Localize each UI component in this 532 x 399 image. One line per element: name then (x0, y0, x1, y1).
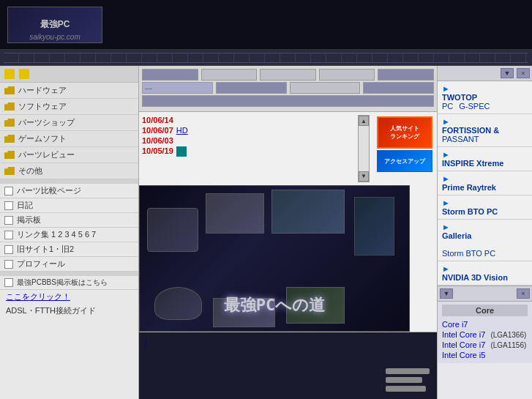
bracket-link[interactable]: [ (145, 338, 147, 347)
sidebar-click-link[interactable]: ここをクリック！ (0, 290, 138, 304)
pc-component-hdd (147, 208, 198, 252)
ranking-text-2: ランキング (390, 133, 419, 141)
sidebar-item-label: 掲示板 (17, 215, 41, 225)
table-cell (378, 69, 434, 81)
left-sidebar: ハードウェア ソフトウェア パーツショップ ゲームソフト パーツレビュー その他… (0, 66, 139, 399)
twotop-title[interactable]: TWOTOP (442, 93, 528, 102)
main-layout: ハードウェア ソフトウェア パーツショップ ゲームソフト パーツレビュー その他… (0, 66, 532, 399)
news-item-1: 10/06/14 (142, 115, 352, 125)
right-sidebar: ▼ × ► TWOTOP PC G-SPEC ► FORTISSION & PA… (437, 66, 532, 399)
inspire-title[interactable]: INSPIRE Xtreme (442, 159, 528, 168)
table-cell (142, 95, 434, 107)
checkbox-icon[interactable] (4, 216, 13, 225)
sidebar-item-bbs-link[interactable]: 最強PCBBS掲示板はこちら (0, 276, 138, 290)
close-icon: × (521, 70, 525, 77)
checkbox-icon[interactable] (4, 278, 13, 287)
storm-title[interactable]: Storm BTO PC (442, 207, 528, 216)
news-date: 10/06/14 (142, 116, 173, 124)
bottom-content: [ (139, 332, 437, 400)
table-cell[interactable] (319, 69, 375, 81)
table-cell (216, 82, 287, 94)
core-i5-link[interactable]: Intel Core i5 (442, 350, 528, 360)
folder-icon (4, 86, 15, 94)
right-bottom-btn2[interactable]: × (517, 288, 530, 299)
scroll-down-button[interactable]: ▼ (359, 171, 369, 182)
checkbox-icon[interactable] (4, 260, 13, 269)
news-link[interactable]: HD (176, 126, 188, 135)
table-cell[interactable]: — (142, 82, 213, 94)
sidebar-item-profile[interactable]: プロフィール (0, 257, 138, 272)
galleria-title[interactable]: Galleria (442, 231, 528, 240)
core-i7-lga1156-link[interactable]: Intel Core i7 (LGA1156) (442, 340, 528, 350)
twotop-pc-link[interactable]: PC (442, 102, 453, 111)
right-bottom-core-section: Core Core i7 Intel Core i7 (LGA1366) Int… (438, 302, 532, 363)
table-row-3 (142, 95, 434, 107)
sidebar-item-label: その他 (18, 165, 42, 176)
folder-icon (4, 102, 15, 111)
core-i7-lga1156-label: Intel Core i7 (442, 340, 485, 349)
arrow-icon: ► (442, 84, 450, 93)
pc-component-case (354, 197, 394, 256)
sidebar-item-label: リンク集 1 2 3 4 5 6 7 (17, 229, 96, 240)
news-item-2: 10/06/07 HD (142, 125, 352, 135)
sidebar-item-diary[interactable]: 日記 (0, 198, 138, 213)
access-banner[interactable]: アクセスアップ (377, 150, 432, 172)
arrow-icon: ► (442, 174, 450, 183)
core-i7-lga1366-link[interactable]: Intel Core i7 (LGA1366) (442, 329, 528, 340)
table-cell[interactable] (201, 69, 258, 81)
table-row-2: — (142, 82, 434, 94)
checkbox-icon[interactable] (4, 201, 13, 210)
logo[interactable]: saikyou-pc.com (7, 7, 102, 43)
sidebar-item-parts-shop[interactable]: パーツショップ (0, 115, 138, 131)
nvidia-title[interactable]: NVIDIA 3D Vision (442, 273, 528, 282)
site-name: saikyou-pc.com (29, 33, 80, 41)
news-item-3: 10/06/03 (142, 135, 352, 146)
core-i7-lga1366-sub: (LGA1366) (487, 331, 526, 339)
content-area: — 10/06/14 10/06/07 HD 10/ (139, 66, 437, 399)
nav-circuit-decoration (4, 53, 528, 63)
sidebar-adsl-text: ADSL・FTTH接続ガイド (6, 306, 96, 315)
sidebar-item-label: 旧サイト1・旧2 (17, 244, 74, 255)
right-top-buttons: ▼ × (438, 66, 532, 81)
gold-square-icon (4, 69, 15, 79)
sidebar-item-other[interactable]: その他 (0, 163, 138, 179)
sidebar-item-old-site[interactable]: 旧サイト1・旧2 (0, 242, 138, 257)
fortission-title[interactable]: FORTISSION & (442, 126, 528, 135)
fortission-subtitle[interactable]: PASSANT (442, 135, 479, 143)
arrow-icon: ► (442, 264, 450, 273)
core-i7-lga1156-sub: (LGA1156) (487, 341, 526, 349)
sidebar-item-links[interactable]: リンク集 1 2 3 4 5 6 7 (0, 228, 138, 242)
sidebar-top (0, 66, 138, 83)
sidebar-item-software[interactable]: ソフトウェア (0, 99, 138, 115)
sidebar-item-review[interactable]: パーツレビュー (0, 147, 138, 163)
bottom-bar-3 (386, 386, 426, 392)
raytrek-title[interactable]: Prime Raytrek (442, 183, 528, 192)
header: saikyou-pc.com (0, 0, 532, 50)
main-image: 最強PCへの道 (139, 185, 410, 332)
sidebar-item-label: 日記 (17, 200, 33, 211)
ranking-banner[interactable]: 人気サイト ランキング (377, 116, 432, 149)
right-bottom-btn1[interactable]: ▼ (440, 288, 453, 299)
bottom-bar-2 (386, 377, 422, 383)
checkbox-icon[interactable] (4, 231, 13, 239)
sidebar-item-compare[interactable]: パーツ比較ページ (0, 184, 138, 198)
access-text: アクセスアップ (384, 157, 425, 165)
sidebar-item-game[interactable]: ゲームソフト (0, 131, 138, 147)
sidebar-item-bbs[interactable]: 掲示板 (0, 213, 138, 228)
right-close-button[interactable]: × (517, 68, 530, 78)
galleria-subtitle[interactable]: Storm BTO PC (442, 249, 495, 258)
checkbox-icon[interactable] (4, 245, 13, 254)
right-collapse-button[interactable]: ▼ (501, 68, 514, 78)
twotop-gspec-link[interactable]: G-SPEC (459, 102, 490, 111)
folder-icon (4, 167, 15, 175)
right-section-raytrek: ► Prime Raytrek (438, 171, 532, 195)
scroll-up-button[interactable]: ▲ (359, 116, 369, 126)
top-table: — (139, 66, 437, 112)
table-cell[interactable] (260, 69, 316, 81)
checkbox-icon[interactable] (4, 187, 13, 195)
sidebar-item-hardware[interactable]: ハードウェア (0, 83, 138, 99)
folder-icon (4, 135, 15, 143)
arrow-icon: ► (442, 150, 450, 159)
core-i7-link[interactable]: Core i7 (442, 319, 528, 329)
table-cell[interactable] (290, 82, 361, 94)
